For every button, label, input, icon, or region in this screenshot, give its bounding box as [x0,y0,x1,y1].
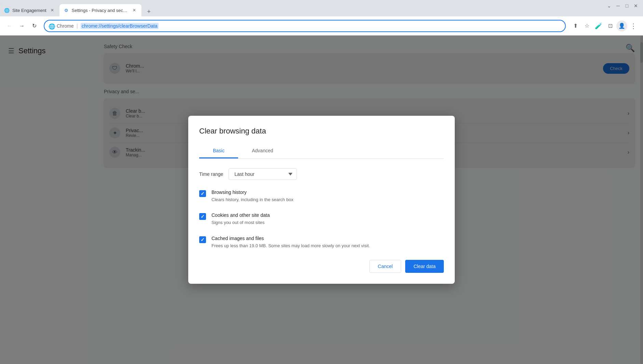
tab-label-site-engagement: Site Engagement [12,8,46,13]
tab-advanced[interactable]: Advanced [238,144,287,158]
browsing-history-checkbox[interactable]: ✓ [199,190,206,197]
back-button[interactable]: ← [4,20,15,31]
address-divider: | [77,23,78,29]
tab-close-settings[interactable]: ✕ [131,7,137,13]
address-url: chrome://settings/clearBrowserData [81,23,159,29]
browsing-history-desc: Clears history, including in the search … [211,196,444,203]
checkbox-browsing-history: ✓ Browsing history Clears history, inclu… [199,190,444,203]
tab-close-site-engagement[interactable]: ✕ [49,7,55,13]
cached-checkbox[interactable]: ✓ [199,236,206,243]
forward-button[interactable]: → [16,20,27,31]
cancel-button[interactable]: Cancel [369,260,401,273]
toolbar: ← → ↻ 🌐 Chrome | chrome://settings/clear… [0,16,643,36]
dialog-footer: Cancel Clear data [199,260,444,273]
chevron-down-icon[interactable]: ⌄ [606,3,612,9]
clear-browsing-dialog: Clear browsing data Basic Advanced Time … [188,116,455,284]
profile-button[interactable]: 👤 [616,20,627,31]
refresh-button[interactable]: ↻ [29,20,40,31]
cookies-checkbox[interactable]: ✓ [199,213,206,220]
checkbox-check-icon: ✓ [201,191,205,196]
dialog-tabs: Basic Advanced [199,144,444,159]
modal-overlay[interactable]: Clear browsing data Basic Advanced Time … [0,36,643,364]
tab-basic[interactable]: Basic [199,144,238,158]
dialog-title: Clear browsing data [199,127,444,136]
tab-bar: 🌐 Site Engagement ✕ ⚙ Settings - Privacy… [0,0,643,16]
split-view-button[interactable]: ⊡ [605,20,616,31]
bookmark-button[interactable]: ☆ [582,20,592,31]
tab-favicon-site-engagement: 🌐 [4,8,10,13]
time-range-label: Time range [199,171,223,177]
cached-desc: Frees up less than 19.0 MB. Some sites m… [211,242,444,249]
clear-data-button[interactable]: Clear data [405,260,444,273]
close-button[interactable]: ✕ [633,3,639,9]
time-range-row: Time range Last hour Last 24 hours Last … [199,168,444,180]
labs-button[interactable]: 🧪 [593,20,604,31]
browsing-history-title: Browsing history [211,190,444,195]
chrome-favicon: 🌐 [49,23,54,29]
cookies-text: Cookies and other site data Signs you ou… [211,212,444,226]
checkbox-cookies: ✓ Cookies and other site data Signs you … [199,212,444,226]
toolbar-actions: ⬆ ☆ 🧪 ⊡ 👤 ⋮ [570,20,639,31]
tab-label-settings: Settings - Privacy and security [72,8,128,13]
browser-frame: 🌐 Site Engagement ✕ ⚙ Settings - Privacy… [0,0,643,364]
window-controls: ⌄ ─ □ ✕ [602,0,643,12]
cached-check-icon: ✓ [201,237,205,242]
site-name: Chrome [57,23,74,29]
time-range-select[interactable]: Last hour Last 24 hours Last 7 days Last… [229,168,297,180]
share-button[interactable]: ⬆ [570,20,581,31]
maximize-button[interactable]: □ [624,3,630,9]
tab-site-engagement[interactable]: 🌐 Site Engagement ✕ [0,4,59,16]
cookies-title: Cookies and other site data [211,212,444,218]
new-tab-button[interactable]: + [144,7,154,16]
browsing-history-text: Browsing history Clears history, includi… [211,190,444,203]
cookies-check-icon: ✓ [201,214,205,219]
cached-text: Cached images and files Frees up less th… [211,236,444,249]
menu-button[interactable]: ⋮ [628,20,639,31]
cookies-desc: Signs you out of most sites [211,219,444,226]
content-area: ☰ Settings 🔍 Safety Check 🛡 Chrom... We'… [0,36,643,364]
tab-favicon-settings: ⚙ [64,8,69,13]
cached-title: Cached images and files [211,236,444,241]
minimize-button[interactable]: ─ [615,3,621,9]
checkbox-cached: ✓ Cached images and files Frees up less … [199,236,444,249]
address-bar[interactable]: 🌐 Chrome | chrome://settings/clearBrowse… [44,20,566,32]
tab-settings-privacy[interactable]: ⚙ Settings - Privacy and security ✕ [59,4,141,16]
